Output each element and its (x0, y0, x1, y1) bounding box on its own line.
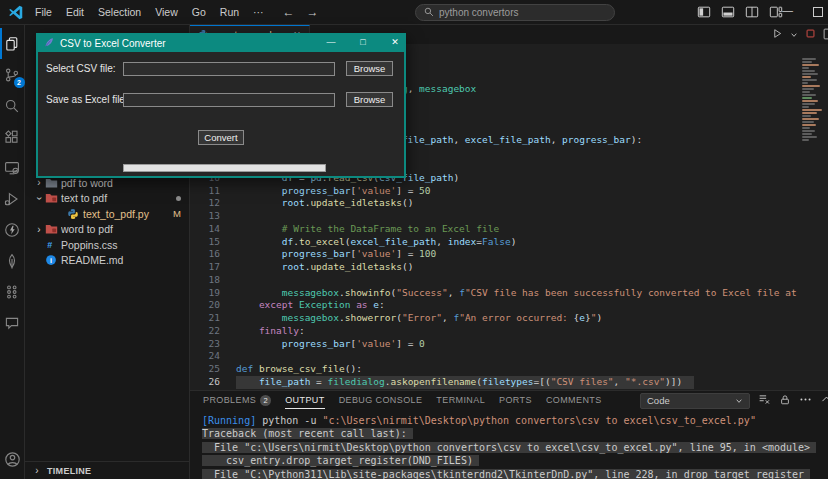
info-icon: i (45, 254, 61, 266)
panel-tab-debug-console[interactable]: DEBUG CONSOLE (339, 391, 423, 409)
code-line-21[interactable]: 21 messagebox.showerror("Error", f"An er… (190, 312, 802, 325)
menu-run[interactable]: Run (213, 6, 246, 18)
comments-icon[interactable] (0, 307, 25, 338)
extensions-icon[interactable] (0, 121, 25, 152)
remote-explorer-icon[interactable] (0, 152, 25, 183)
code-line-24[interactable]: 24 (190, 350, 802, 363)
toggle-panel-icon[interactable] (721, 5, 735, 19)
dialog-minimize-icon[interactable]: — (324, 37, 338, 47)
menu-selection[interactable]: Selection (91, 6, 148, 18)
command-center-search[interactable]: python convertors (415, 4, 615, 21)
split-editor-right-icon[interactable] (823, 28, 828, 42)
panel-tab-output[interactable]: OUTPUT (285, 391, 324, 409)
browse-excel-button[interactable]: Browse (346, 92, 393, 107)
run-dropdown-chevron-icon[interactable] (790, 29, 798, 41)
code-line-11[interactable]: 11 progress_bar['value'] = 50 (190, 185, 802, 198)
progress-bar (123, 164, 326, 172)
code-line-13[interactable]: 13 (190, 210, 802, 223)
run-python-icon[interactable] (772, 28, 783, 41)
code-line-23[interactable]: 23 progress_bar['value'] = 0 (190, 338, 802, 351)
code-line-18[interactable]: 18 (190, 274, 802, 287)
line-number: 12 (190, 197, 220, 210)
folder-pdf-icon (45, 192, 61, 204)
convert-button[interactable]: Convert (198, 130, 244, 145)
output-line-text: Traceback (most recent call last): (202, 428, 413, 439)
output-console[interactable]: [Running] python -u "c:\Users\nirmit\Des… (190, 410, 828, 479)
stop-icon[interactable] (805, 28, 816, 41)
code-line-15[interactable]: 15 df.to_excel(excel_file_path, index=Fa… (190, 236, 802, 249)
panel-tab-label: OUTPUT (285, 395, 324, 405)
panel-tab-problems[interactable]: PROBLEMS2 (203, 391, 271, 409)
forward-arrow-icon[interactable]: → (301, 5, 325, 19)
tree-item-word-to-pdf[interactable]: ›word to pdf (25, 222, 189, 238)
code-line-content: finally: (236, 325, 305, 338)
code-line-16[interactable]: 16 progress_bar['value'] = 100 (190, 248, 802, 261)
csv-file-input[interactable] (123, 62, 335, 76)
minimap-row (802, 100, 818, 102)
menu-[interactable]: ··· (246, 6, 271, 18)
source-control-badge: 2 (14, 77, 25, 88)
tree-item-poppins-css[interactable]: #Poppins.css (25, 237, 189, 253)
menu-view[interactable]: View (148, 6, 185, 18)
minimap-row (802, 130, 815, 132)
minimap-row (802, 94, 816, 96)
run-debug-icon[interactable] (0, 183, 25, 214)
window-maximize-icon[interactable] (813, 7, 823, 17)
tree-item-label: text_to_pdf.py (83, 208, 173, 220)
maximize-panel-chevron-icon[interactable] (820, 393, 828, 408)
timeline-section[interactable]: › TIMELINE (25, 461, 189, 479)
tree-item-text-to-pdf-py[interactable]: text_to_pdf.pyM (25, 206, 189, 222)
split-editor-icon[interactable] (745, 5, 759, 19)
line-number: 22 (190, 325, 220, 338)
menu-edit[interactable]: Edit (59, 6, 91, 18)
dialog-close-icon[interactable]: ✕ (388, 37, 402, 47)
line-number: 11 (190, 185, 220, 198)
code-line-content: # Write the DataFrame to an Excel file (236, 223, 499, 236)
panel-tab-comments[interactable]: COMMENTS (546, 391, 602, 409)
tree-item-text-to-pdf[interactable]: ›text to pdf (25, 191, 189, 207)
output-channel-select[interactable]: Code (640, 393, 750, 409)
window-minimize-icon[interactable]: — (782, 4, 793, 16)
problems-count-badge: 2 (260, 395, 271, 406)
output-line: File "c:\Users\nirmit\Desktop\python con… (202, 441, 828, 454)
panel-tab-ports[interactable]: PORTS (499, 391, 532, 409)
dialog-maximize-icon[interactable]: □ (356, 37, 370, 47)
account-icon[interactable] (0, 444, 25, 475)
toggle-sidebar-icon[interactable] (697, 5, 711, 19)
minimap[interactable] (802, 58, 825, 142)
code-line-19[interactable]: 19 messagebox.showinfo("Success", f"CSV … (190, 287, 802, 300)
chevron-right-icon: › (33, 224, 45, 235)
search-icon[interactable] (0, 90, 25, 121)
lock-scroll-icon[interactable] (779, 394, 791, 408)
menu-go[interactable]: Go (185, 6, 213, 18)
code-line-25[interactable]: 25def browse_csv_file(): (190, 363, 802, 376)
code-line-26[interactable]: 26 file_path = filedialog.askopenfilenam… (190, 376, 802, 389)
panel-tab-terminal[interactable]: TERMINAL (436, 391, 485, 409)
circles-grid-icon[interactable] (0, 276, 25, 307)
excel-file-input[interactable] (123, 93, 335, 107)
code-line-22[interactable]: 22 finally: (190, 325, 802, 338)
mongodb-icon[interactable] (0, 245, 25, 276)
code-line-content: root.update_idletasks() (236, 197, 413, 210)
menu-file[interactable]: File (28, 6, 59, 18)
more-actions-icon[interactable] (799, 393, 812, 408)
thunder-client-icon[interactable] (0, 214, 25, 245)
code-line-17[interactable]: 17 root.update_idletasks() (190, 261, 802, 274)
output-channel-value: Code (647, 395, 670, 406)
customize-layout-icon[interactable] (769, 5, 783, 19)
clear-output-icon[interactable] (758, 393, 771, 408)
dialog-titlebar[interactable]: CSV to Excel Converter — □ ✕ (38, 35, 404, 52)
activity-bar-bottom (0, 444, 25, 475)
line-number: 17 (190, 261, 220, 274)
minimap-row (802, 109, 822, 111)
code-line-content: except Exception as e: (236, 299, 385, 312)
explorer-icon[interactable] (0, 28, 25, 59)
tree-item-readme-md[interactable]: iREADME.md (25, 253, 189, 269)
back-arrow-icon[interactable]: ← (277, 5, 301, 19)
source-control-icon[interactable]: 2 (0, 59, 25, 90)
code-line-20[interactable]: 20 except Exception as e: (190, 299, 802, 312)
browse-csv-button[interactable]: Browse (346, 61, 393, 76)
code-line-12[interactable]: 12 root.update_idletasks() (190, 197, 802, 210)
panel-tab-label: PORTS (499, 395, 532, 405)
code-line-14[interactable]: 14 # Write the DataFrame to an Excel fil… (190, 223, 802, 236)
